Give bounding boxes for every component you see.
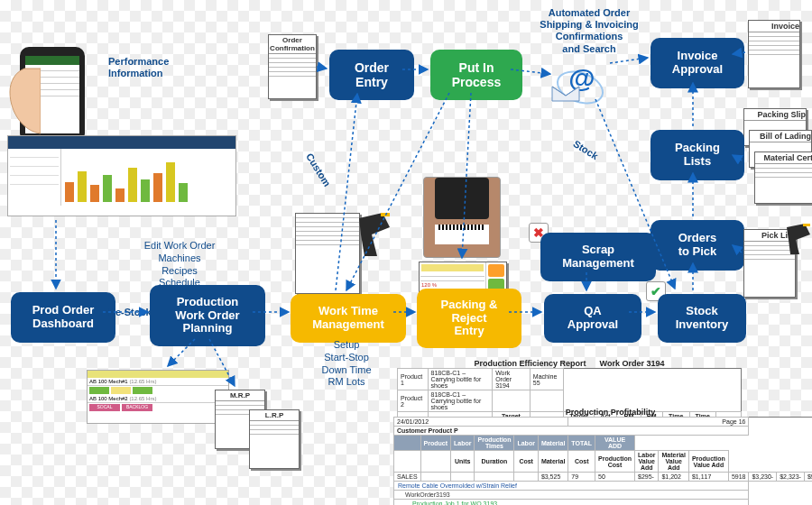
node-work-time-management: Work TimeManagement bbox=[291, 294, 406, 343]
svg-line-25 bbox=[317, 67, 327, 69]
node-order-entry: OrderEntry bbox=[329, 50, 414, 100]
label-restock: Re-Stock bbox=[108, 307, 152, 318]
doc-order-confirmation: OrderConfirmation bbox=[268, 34, 317, 99]
node-production-work-order-planning: ProductionWork OrderPlanning bbox=[150, 285, 265, 346]
doc-title: OrderConfirmation bbox=[269, 35, 316, 54]
node-packing-lists: PackingLists bbox=[651, 130, 744, 180]
label-work-time-notes: SetupStart-StopDown TimeRM Lots bbox=[310, 339, 383, 389]
node-packing-reject-entry: Packing &RejectEntry bbox=[417, 289, 521, 348]
node-qa-approval: QAApproval bbox=[544, 294, 641, 343]
node-orders-to-pick: Ordersto Pick bbox=[651, 220, 744, 271]
node-invoice-approval: InvoiceApproval bbox=[651, 38, 744, 88]
scanner-icon bbox=[354, 211, 395, 260]
node-put-in-process: Put InProcess bbox=[430, 50, 522, 100]
report-profitability: Production Profitability 24/01/2012Page … bbox=[393, 408, 812, 505]
doc-routing-sheet bbox=[295, 213, 360, 294]
doc-title: Packing Slip bbox=[744, 109, 806, 121]
doc-title: Material Cert bbox=[755, 152, 812, 164]
label-edit-wo: Edit Work OrderMachinesRecipesSchedule bbox=[130, 240, 229, 289]
doc-title: M.R.P bbox=[216, 390, 264, 401]
email-at-icon: @ bbox=[554, 60, 608, 105]
svg-rect-2 bbox=[381, 213, 390, 216]
label-automated-order: Automated OrderShipping & InvoicingConfi… bbox=[531, 7, 648, 55]
label-stock: Stock bbox=[571, 138, 600, 162]
hand-icon bbox=[5, 50, 41, 141]
scanning-photo bbox=[423, 177, 501, 258]
node-scrap-management: ScrapManagement bbox=[540, 233, 656, 281]
report-title: Production Efficiency Report bbox=[475, 359, 586, 368]
planning-screenshot: AB 100 Mech#1 (12.65 Hrs) AB 100 Mech#2 … bbox=[87, 370, 229, 424]
doc-material-cert: Material Cert bbox=[754, 152, 812, 204]
node-prod-order-dashboard: Prod OrderDashboard bbox=[11, 292, 115, 343]
doc-lrp: L.R.P bbox=[249, 409, 300, 469]
dashboard-screenshot bbox=[7, 135, 236, 216]
doc-title: L.R.P bbox=[250, 410, 299, 421]
report-subtitle: Work Order 3194 bbox=[600, 359, 665, 368]
doc-invoice: Invoice bbox=[748, 20, 800, 88]
svg-rect-1 bbox=[803, 224, 810, 226]
scanner-icon bbox=[783, 222, 812, 258]
doc-title: Bill of Lading bbox=[750, 131, 811, 142]
node-stock-inventory: StockInventory bbox=[658, 294, 746, 343]
svg-line-5 bbox=[610, 58, 648, 63]
label-custom: Custom bbox=[303, 152, 333, 189]
label-performance-info: PerformanceInformation bbox=[108, 56, 208, 79]
doc-title: Invoice bbox=[749, 21, 799, 32]
report-title: Production Profitability bbox=[393, 408, 812, 417]
